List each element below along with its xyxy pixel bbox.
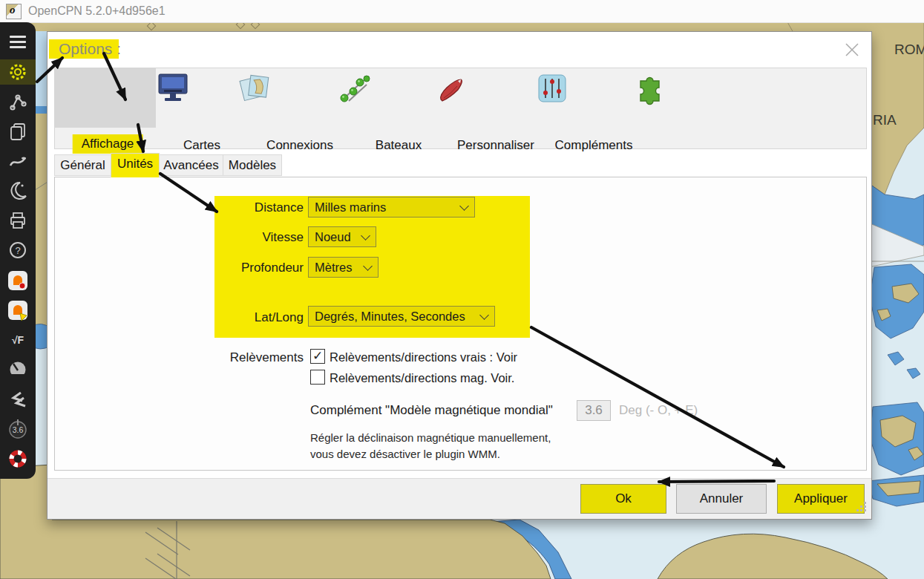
tab-units[interactable]: Unités (111, 153, 160, 177)
depth-label: Profondeur (185, 261, 304, 275)
wmm-offset-input: 3.6 (577, 400, 611, 421)
bearings-true-label: Relèvements/directions vrais : Voir (330, 350, 517, 364)
ais-target-icon[interactable] (0, 268, 36, 293)
display-icon[interactable] (151, 73, 194, 108)
wmm-note-line2: vous devez désactiver le plugin WMM. (310, 448, 500, 460)
page-ships[interactable]: Bateaux (376, 138, 422, 153)
page-connections[interactable]: Connexions (266, 138, 333, 153)
apply-button[interactable]: Appliquer (777, 484, 865, 514)
night-mode-icon[interactable] (0, 178, 36, 203)
dialog-button-bar: Ok Annuler Appliquer (47, 478, 871, 519)
chevron-down-icon (361, 231, 370, 241)
page-display[interactable]: Affichage (73, 134, 143, 154)
options-dialog: Options : (47, 31, 872, 520)
route-manager-icon[interactable] (0, 119, 36, 144)
mob-icon[interactable] (0, 446, 36, 471)
wmm-plugin-icon[interactable]: 3.6 (0, 416, 36, 442)
settings-gear-icon[interactable] (0, 59, 36, 85)
wmm-offset-unit: Deg (- O, + E) (619, 403, 698, 418)
route-create-icon[interactable] (0, 89, 36, 114)
units-panel: Distance Milles marins Vitesse Noeud Pro… (54, 177, 867, 471)
opencpn-logo-icon: o (6, 4, 22, 19)
selected-page-background (55, 68, 156, 128)
svg-text:?: ? (15, 245, 20, 256)
charts-icon[interactable] (237, 73, 275, 108)
svg-text:3.6: 3.6 (13, 425, 24, 434)
wmm-note-line1: Régler la déclinaison magnétique manuell… (310, 431, 551, 444)
chevron-down-icon (363, 261, 373, 271)
cancel-button[interactable]: Annuler (676, 484, 767, 514)
chevron-down-icon (479, 310, 489, 320)
page-plugins[interactable]: Compléments (555, 138, 633, 153)
close-icon[interactable] (843, 41, 861, 59)
hide-toolbar-icon[interactable] (0, 387, 36, 412)
window-titlebar: o OpenCPN 5.2.0+4d956e1 (0, 0, 924, 23)
speed-label: Vitesse (185, 230, 304, 245)
bearings-mag-label: Relèvements/directions mag. Voir. (330, 371, 514, 385)
distance-select[interactable]: Milles marins (308, 197, 475, 217)
map-label-rom: ROM (894, 42, 924, 57)
ok-button[interactable]: Ok (580, 484, 666, 514)
dialog-title: Options : (59, 40, 121, 58)
main-toolbar: ? √F 3.6 (0, 22, 36, 479)
window-title: OpenCPN 5.2.0+4d956e1 (28, 4, 166, 18)
dashboard-icon[interactable] (0, 357, 36, 382)
print-icon[interactable] (0, 208, 36, 233)
page-ui[interactable]: Personnaliser (457, 138, 534, 153)
distance-label: Distance (185, 200, 304, 215)
track-icon[interactable] (0, 148, 36, 174)
ais-track-icon[interactable] (0, 298, 36, 323)
depth-select[interactable]: Mètres (308, 257, 379, 278)
vf-overlay-icon[interactable]: √F (0, 327, 36, 353)
resize-grip-icon[interactable] (856, 502, 867, 515)
bearings-label: Relèvements (185, 350, 304, 365)
map-label-ria: RIA (873, 112, 897, 128)
menu-icon[interactable] (0, 30, 36, 55)
latlong-select[interactable]: Degrés, Minutes, Secondes (308, 306, 495, 327)
options-page-toolbar: Affichage Cartes Connexions Bateaux Pers… (54, 68, 867, 149)
ships-icon[interactable] (435, 73, 472, 108)
opencpn-window: ROM RIA o OpenCPN 5.2.0+4d956e1 (0, 0, 924, 579)
tab-general[interactable]: Général (54, 154, 111, 176)
help-icon[interactable]: ? (0, 238, 36, 263)
user-interface-icon[interactable] (534, 73, 571, 108)
connections-icon[interactable] (335, 73, 373, 108)
bearings-mag-checkbox[interactable] (310, 370, 325, 385)
tab-advanced[interactable]: Avancées (159, 154, 223, 176)
page-charts[interactable]: Cartes (183, 138, 220, 153)
checkmark-icon: ✓ (312, 349, 323, 363)
plugins-icon[interactable] (631, 73, 668, 108)
wmm-offset-label: Complément "Modèle magnétique mondial" (310, 403, 553, 418)
tab-models[interactable]: Modèles (223, 154, 282, 176)
bearings-true-checkbox[interactable]: ✓ (310, 349, 325, 364)
chevron-down-icon (459, 201, 469, 211)
speed-select[interactable]: Noeud (308, 226, 376, 247)
latlong-label: Lat/Long (185, 310, 304, 325)
